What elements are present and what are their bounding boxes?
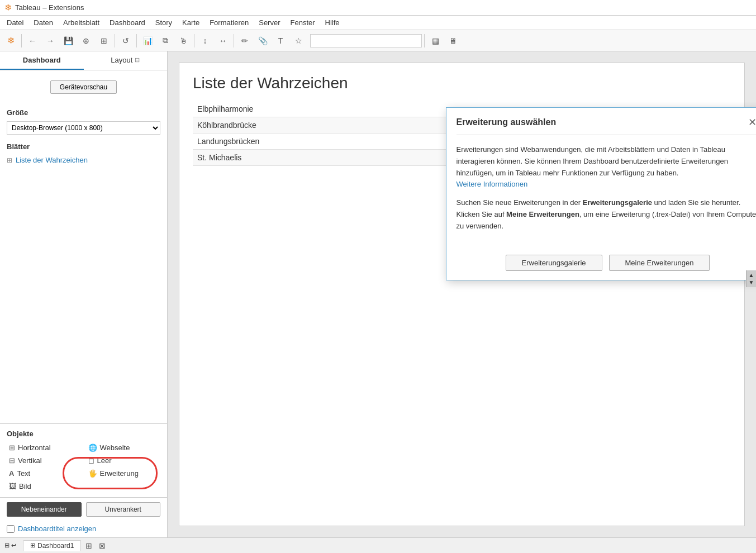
toolbar-clip-btn[interactable]: 📎 [254,32,271,49]
toolbar-search-input[interactable] [310,34,422,47]
menu-daten[interactable]: Daten [29,17,58,28]
menu-formatieren[interactable]: Formatieren [205,17,253,28]
toolbar-sep-1 [21,34,22,47]
dialog-paragraph1: Erweiterungen sind Webanwendungen, die m… [457,144,757,190]
object-erweiterung[interactable]: 🖐 Erweiterung [86,468,161,479]
erweiterung-dialog: Erweiterung auswählen ✕ Erweiterungen si… [446,107,757,280]
scroll-down-arrow[interactable]: ▼ [748,279,755,286]
menu-fenster[interactable]: Fenster [286,17,320,28]
toolbar-sep-4 [194,34,194,47]
size-dropdown[interactable]: Desktop-Browser (1000 x 800) [7,121,160,135]
toolbar-back-btn[interactable]: ← [24,32,41,49]
scroll-handle[interactable]: ▲ ▼ [746,270,756,287]
object-horizontal-label: Horizontal [18,444,51,452]
toolbar-sep-5 [234,34,234,47]
dialog-title: Erweiterung auswählen [457,117,557,127]
sheet-icon: ⊞ [7,156,12,164]
size-section-label: Größe [0,104,167,119]
dashboard-title-checkbox[interactable] [7,525,15,533]
object-erweiterung-label: Erweiterung [100,469,139,478]
bottom-tab-icon: ⊞ [30,542,35,549]
object-leer[interactable]: ◻ Leer [86,455,161,466]
toolbar-sep-3 [136,34,137,47]
objects-grid: ⊞ Horizontal 🌐 Webseite ⊟ Vertikal ◻ Lee… [7,442,160,492]
toolbar-save-btn[interactable]: 💾 [60,32,77,49]
menu-arbeitsblatt[interactable]: Arbeitsblatt [59,17,104,28]
object-horizontal[interactable]: ⊞ Horizontal [7,442,82,453]
bottom-bar: ⊞ ↩ ⊞ Dashboard1 ⊞ ⊠ [0,537,756,553]
bottom-buttons: Nebeneinander Unverankert [0,497,167,521]
toolbar-text-btn[interactable]: T [272,32,289,49]
toolbar-sep-2 [115,34,115,47]
menu-story[interactable]: Story [151,17,177,28]
horizontal-icon: ⊞ [9,444,15,452]
object-leer-label: Leer [97,456,112,465]
toolbar-chart-btn[interactable]: 📊 [139,32,156,49]
dashboard-title-label: Dashboardtitel anzeigen [18,525,96,533]
text-icon: A [9,469,14,478]
toolbar-addsheet-btn[interactable]: ⊕ [78,32,94,49]
tab-dashboard[interactable]: Dashboard [0,51,84,70]
bottom-left-icon2: ↩ [11,542,16,549]
dialog-body: Erweiterungen sind Webanwendungen, die m… [446,135,757,248]
toolbar-monitor-btn[interactable]: 🖥 [445,32,462,49]
object-text[interactable]: A Text [7,468,82,479]
btn-meine-erweiterungen[interactable]: Meine Erweiterungen [609,255,710,271]
object-vertikal[interactable]: ⊟ Vertikal [7,455,82,466]
toolbar-pen-btn[interactable]: ✏ [236,32,253,49]
object-bild[interactable]: 🖼 Bild [7,481,82,492]
dialog-paragraph2: Suchen Sie neue Erweiterungen in der Erw… [457,197,757,232]
toolbar-filter-btn[interactable]: 🖱 [175,32,192,49]
vertikal-icon: ⊟ [9,456,15,465]
toolbar-forward-btn[interactable]: → [42,32,59,49]
toolbar-sep-6 [424,34,425,47]
tab-layout[interactable]: Layout ⊟ [84,51,168,70]
menu-dashboard[interactable]: Dashboard [105,17,150,28]
menu-hilfe[interactable]: Hilfe [321,17,344,28]
objects-section: Objekte ⊞ Horizontal 🌐 Webseite ⊟ Vertik… [0,423,167,497]
scroll-up-arrow[interactable]: ▲ [748,271,755,279]
toolbar-layout-btn[interactable]: ⧉ [157,32,174,49]
menu-datei[interactable]: Datei [2,17,28,28]
sidebar: Dashboard Layout ⊟ Gerätevorschau Größe … [0,51,168,537]
content-area: Liste der Wahrzeichen Elbphilharmonie Kö… [168,51,756,537]
dialog-buttons: Erweiterungsgalerie Meine Erweiterungen [446,248,757,280]
sidebar-tabs: Dashboard Layout ⊟ [0,51,167,70]
bild-icon: 🖼 [9,482,16,490]
object-webseite[interactable]: 🌐 Webseite [86,442,161,453]
dialog-bold-my: Meine Erweiterungen [506,210,579,218]
toolbar-duplicate-btn[interactable]: ⊞ [96,32,112,49]
object-bild-label: Bild [19,482,31,490]
btn-erweiterungsgalerie[interactable]: Erweiterungsgalerie [506,255,602,271]
dialog-header: Erweiterung auswählen ✕ [446,108,757,135]
bottom-add-btn2[interactable]: ⊠ [97,540,108,551]
sheet-item-wahrzeichen[interactable]: ⊞ Liste der Wahrzeichen [7,154,160,166]
btn-nebeneinander[interactable]: Nebeneinander [7,502,82,517]
dialog-close-btn[interactable]: ✕ [746,116,757,129]
menu-karte[interactable]: Karte [178,17,204,28]
bottom-tab-label: Dashboard1 [37,542,74,550]
list-title: Liste der Wahrzeichen [193,74,731,92]
device-preview-btn[interactable]: Gerätevorschau [50,80,117,94]
erweiterung-icon: 🖐 [88,469,97,478]
btn-unverankert[interactable]: Unverankert [86,502,161,517]
bottom-tab-dashboard1[interactable]: ⊞ Dashboard1 [23,540,81,551]
toolbar-home-btn[interactable]: ❄ [2,32,19,49]
toolbar-star-btn[interactable]: ☆ [290,32,307,49]
menu-server[interactable]: Server [254,17,284,28]
dialog-link[interactable]: Weitere Informationen [457,180,528,188]
bottom-add-tab-btn[interactable]: ⊞ [83,540,94,551]
object-text-label: Text [17,469,30,478]
main-layout: Dashboard Layout ⊟ Gerätevorschau Größe … [0,51,756,537]
toolbar: ❄ ← → 💾 ⊕ ⊞ ↺ 📊 ⧉ 🖱 ↕ ↔ ✏ 📎 T ☆ ▦ 🖥 [0,30,756,51]
toolbar-undo-btn[interactable]: ↺ [117,32,134,49]
toolbar-grid-btn[interactable]: ▦ [427,32,444,49]
toolbar-sort-btn[interactable]: ↕ [197,32,213,49]
toolbar-sort2-btn[interactable]: ↔ [215,32,231,49]
app-title: Tableau – Extensions [15,3,84,12]
sheets-section: Blätter ⊞ Liste der Wahrzeichen [0,137,167,169]
bottom-left-icon1: ⊞ [4,542,9,549]
menu-bar: Datei Daten Arbeitsblatt Dashboard Story… [0,16,756,30]
app-logo: ❄ [4,2,12,13]
sheet-item-label: Liste der Wahrzeichen [16,156,88,164]
